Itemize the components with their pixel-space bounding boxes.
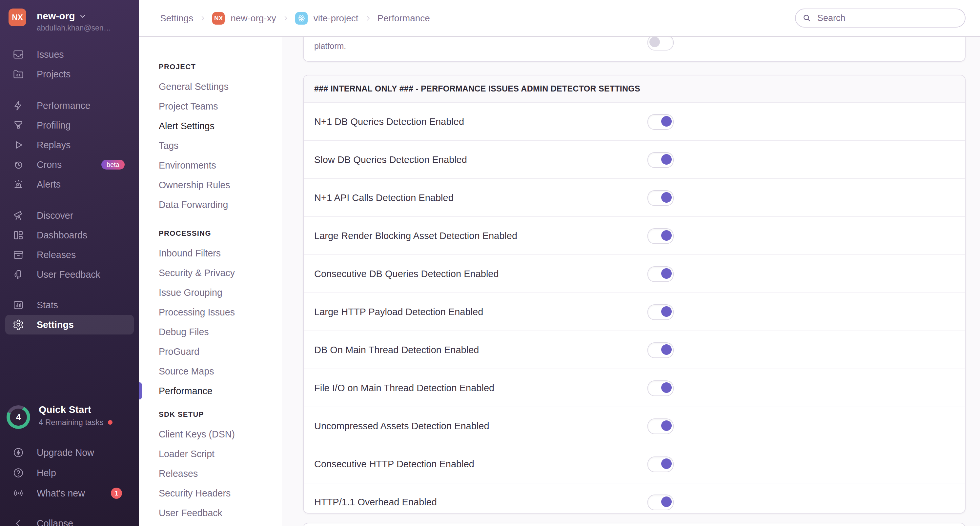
toggle-switch[interactable]: [648, 228, 674, 244]
nav-item-loader-script[interactable]: Loader Script: [139, 444, 282, 464]
search-icon: [802, 13, 811, 22]
org-switcher[interactable]: NX new-org abdullah.khan@sen…: [8, 8, 133, 35]
setting-row: Large HTTP Payload Detection Enabled: [304, 292, 965, 331]
setting-row: DB On Main Thread Detection Enabled: [304, 331, 965, 369]
gear-icon: [13, 319, 24, 331]
toggle-switch[interactable]: [648, 456, 674, 472]
toggle-switch[interactable]: [648, 380, 674, 396]
nav-item-user-feedback[interactable]: User Feedback: [139, 503, 282, 523]
search-box[interactable]: [795, 8, 966, 27]
org-avatar: NX: [8, 8, 26, 26]
sidebar-item-releases[interactable]: Releases: [5, 245, 134, 265]
sidebar-item-performance[interactable]: Performance: [5, 96, 134, 116]
breadcrumb-org[interactable]: new-org-xy: [231, 13, 276, 24]
search-input[interactable]: [816, 13, 950, 24]
sidebar-item-label: Releases: [37, 249, 76, 261]
setting-label: Large Render Blocking Asset Detection En…: [314, 217, 517, 254]
toggle-switch[interactable]: [648, 304, 674, 320]
nav-item-ownership-rules[interactable]: Ownership Rules: [139, 175, 282, 195]
sidebar-item-stats[interactable]: Stats: [5, 295, 134, 315]
main-content: platform. ### INTERNAL ONLY ### - PERFOR…: [282, 0, 980, 526]
toggle-switch[interactable]: [648, 266, 674, 282]
toggle-switch[interactable]: [648, 35, 674, 51]
sidebar-item-user-feedback[interactable]: User Feedback: [5, 265, 134, 284]
sidebar-item-discover[interactable]: Discover: [5, 206, 134, 225]
toggle-switch[interactable]: [648, 418, 674, 434]
nav-item-proguard[interactable]: ProGuard: [139, 342, 282, 361]
sidebar-item-help[interactable]: Help: [5, 463, 134, 483]
sidebar-collapse-button[interactable]: Collapse: [5, 513, 134, 526]
sidebar-item-label: Profiling: [37, 120, 70, 131]
setting-help-text: platform.: [314, 41, 346, 51]
sidebar-item-dashboards[interactable]: Dashboards: [5, 225, 134, 245]
nav-item-alert-settings[interactable]: Alert Settings: [139, 116, 282, 136]
nav-item-debug-files[interactable]: Debug Files: [139, 322, 282, 342]
toggle-switch[interactable]: [648, 190, 674, 206]
org-name: new-org: [37, 11, 75, 22]
sidebar-item-label: Settings: [37, 319, 74, 330]
sidebar-item-upgrade-now[interactable]: Upgrade Now: [5, 443, 134, 462]
nav-item-releases[interactable]: Releases: [139, 464, 282, 483]
sidebar-item-label: Collapse: [37, 518, 73, 526]
toggle-switch[interactable]: [648, 114, 674, 130]
nav-item-data-forwarding[interactable]: Data Forwarding: [139, 195, 282, 215]
breadcrumb: Settings NX new-org-xy vite-proj: [160, 0, 430, 37]
nav-item-performance[interactable]: Performance: [139, 381, 282, 401]
sidebar-item-label: Dashboards: [37, 230, 87, 241]
sidebar-item-label: Issues: [37, 49, 64, 60]
nav-item-processing-issues[interactable]: Processing Issues: [139, 302, 282, 322]
sidebar-item-replays[interactable]: Replays: [5, 135, 134, 155]
sidebar-item-label: Stats: [37, 300, 58, 311]
setting-label: Consecutive DB Queries Detection Enabled: [314, 255, 499, 292]
toggle-knob: [661, 382, 672, 393]
quick-start-title: Quick Start: [39, 404, 91, 415]
replays-icon: [13, 139, 24, 151]
projects-icon: [13, 68, 24, 80]
settings-nav: PROJECT General Settings Project Teams A…: [139, 0, 282, 526]
setting-row: Slow DB Queries Detection Enabled: [304, 140, 965, 178]
setting-label: N+1 API Calls Detection Enabled: [314, 179, 453, 216]
toggle-switch[interactable]: [648, 494, 674, 510]
profiling-icon: [13, 119, 24, 131]
nav-item-inbound-filters[interactable]: Inbound Filters: [139, 243, 282, 263]
nav-item-issue-grouping[interactable]: Issue Grouping: [139, 283, 282, 302]
setting-row: N+1 DB Queries Detection Enabled: [304, 102, 965, 140]
toggle-knob: [661, 458, 672, 469]
nav-item-security-privacy[interactable]: Security & Privacy: [139, 263, 282, 283]
nav-item-tags[interactable]: Tags: [139, 136, 282, 156]
setting-label: N+1 DB Queries Detection Enabled: [314, 103, 464, 140]
org-user-email: abdullah.khan@sen…: [37, 24, 111, 32]
sidebar-item-whats-new[interactable]: What's new 1: [5, 483, 134, 503]
sidebar-item-settings[interactable]: Settings: [5, 315, 134, 334]
nav-item-client-keys[interactable]: Client Keys (DSN): [139, 424, 282, 444]
sidebar-item-crons[interactable]: Crons beta: [5, 155, 134, 175]
breadcrumb-settings[interactable]: Settings: [160, 13, 193, 24]
sidebar-item-projects[interactable]: Projects: [5, 64, 134, 84]
toggle-knob: [661, 420, 672, 431]
breadcrumb-page: Performance: [377, 13, 430, 24]
nav-item-source-maps[interactable]: Source Maps: [139, 361, 282, 381]
sidebar-item-label: Help: [37, 468, 56, 478]
toggle-switch[interactable]: [648, 342, 674, 358]
quick-start-panel[interactable]: 4 Quick Start 4 Remaining tasks: [6, 404, 134, 435]
sidebar-item-alerts[interactable]: Alerts: [5, 175, 134, 194]
toggle-knob: [661, 496, 672, 507]
nav-item-label: Performance: [159, 386, 213, 396]
setting-row: Large Render Blocking Asset Detection En…: [304, 216, 965, 254]
sidebar-item-profiling[interactable]: Profiling: [5, 116, 134, 135]
sidebar-item-issues[interactable]: Issues: [5, 44, 134, 64]
setting-row: HTTP/1.1 Overhead Enabled: [304, 483, 965, 521]
toggle-knob: [661, 268, 672, 279]
breadcrumb-project[interactable]: vite-project: [313, 13, 358, 24]
app-sidebar: NX new-org abdullah.khan@sen… Issues Pro…: [0, 0, 139, 526]
chevron-left-icon: [13, 518, 24, 526]
toggle-switch[interactable]: [648, 152, 674, 168]
setting-row: Consecutive HTTP Detection Enabled: [304, 445, 965, 483]
setting-label: HTTP/1.1 Overhead Enabled: [314, 483, 437, 521]
nav-item-project-teams[interactable]: Project Teams: [139, 96, 282, 116]
nav-item-environments[interactable]: Environments: [139, 156, 282, 175]
upgrade-icon: [13, 447, 24, 458]
beta-badge: beta: [101, 160, 125, 170]
nav-item-general-settings[interactable]: General Settings: [139, 77, 282, 96]
nav-item-security-headers[interactable]: Security Headers: [139, 483, 282, 503]
